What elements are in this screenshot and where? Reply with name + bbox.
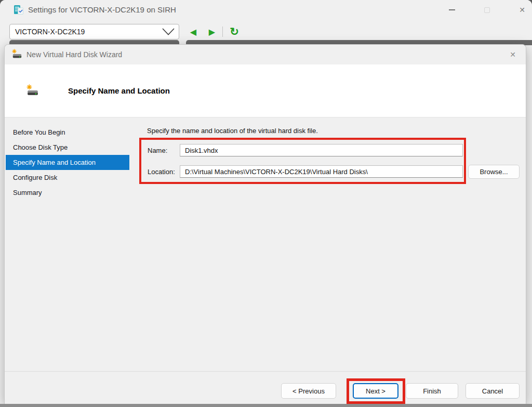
screen: Settings for VICTORN-X-DC2K19 on SIRH ✕ … bbox=[0, 0, 532, 407]
name-field-label: Name: bbox=[148, 147, 167, 154]
sidebar-item-before-you-begin[interactable]: Before You Begin bbox=[6, 125, 129, 140]
cancel-button[interactable]: Cancel bbox=[466, 383, 520, 399]
wizard-titlebar: New Virtual Hard Disk Wizard ✕ bbox=[5, 45, 526, 64]
window-titlebar: Settings for VICTORN-X-DC2K19 on SIRH ✕ bbox=[0, 0, 532, 20]
previous-button[interactable]: < Previous bbox=[281, 383, 336, 399]
minimize-icon bbox=[449, 9, 455, 10]
wizard-close-button[interactable]: ✕ bbox=[505, 45, 521, 64]
sidebar-item-summary[interactable]: Summary bbox=[6, 185, 129, 200]
browse-button[interactable]: Browse... bbox=[468, 165, 520, 179]
navigate-forward-button[interactable]: ▶ bbox=[205, 24, 219, 39]
hard-disk-sparkle-icon bbox=[26, 84, 39, 97]
next-button[interactable]: Next > bbox=[353, 383, 398, 399]
forward-arrow-icon: ▶ bbox=[209, 27, 215, 37]
location-field-label: Location: bbox=[148, 168, 175, 176]
hyper-v-settings-icon bbox=[14, 5, 24, 15]
maximize-button[interactable] bbox=[476, 0, 498, 20]
navigate-back-button[interactable]: ◀ bbox=[186, 24, 201, 39]
minimize-button[interactable] bbox=[441, 0, 463, 20]
wizard-steps-sidebar: Before You Begin Choose Disk Type Specif… bbox=[5, 117, 129, 200]
refresh-icon: ↻ bbox=[230, 25, 239, 38]
footer-separator bbox=[5, 371, 526, 372]
instruction-text: Specify the name and location of the vir… bbox=[147, 127, 318, 135]
sidebar-item-label: Specify Name and Location bbox=[13, 159, 96, 166]
sidebar-item-configure-disk[interactable]: Configure Disk bbox=[6, 170, 129, 185]
sidebar-item-choose-disk-type[interactable]: Choose Disk Type bbox=[6, 140, 129, 155]
vm-selector-dropdown[interactable]: VICTORN-X-DC2K19 bbox=[9, 24, 179, 40]
window-title: Settings for VICTORN-X-DC2K19 on SIRH bbox=[28, 0, 176, 20]
sidebar-item-label: Configure Disk bbox=[13, 174, 57, 181]
toolbar-separator bbox=[222, 27, 223, 37]
new-virtual-hard-disk-wizard-dialog: New Virtual Hard Disk Wizard ✕ Specify N… bbox=[4, 44, 526, 404]
hard-disk-sparkle-icon bbox=[12, 49, 22, 59]
close-icon: ✕ bbox=[519, 6, 525, 14]
refresh-button[interactable]: ↻ bbox=[227, 24, 242, 40]
page-title: Specify Name and Location bbox=[68, 86, 170, 95]
sidebar-item-label: Before You Begin bbox=[13, 128, 65, 136]
wizard-title: New Virtual Hard Disk Wizard bbox=[26, 45, 122, 64]
chevron-down-icon bbox=[161, 28, 176, 36]
close-button[interactable]: ✕ bbox=[511, 0, 532, 20]
settings-window: Settings for VICTORN-X-DC2K19 on SIRH ✕ … bbox=[0, 0, 532, 407]
sidebar-item-label: Choose Disk Type bbox=[13, 143, 68, 151]
location-input[interactable] bbox=[180, 165, 463, 178]
bottom-edge-strip bbox=[0, 404, 532, 407]
finish-button[interactable]: Finish bbox=[406, 383, 458, 399]
back-arrow-icon: ◀ bbox=[190, 27, 196, 37]
maximize-icon bbox=[484, 7, 490, 13]
wizard-header: Specify Name and Location bbox=[5, 64, 526, 117]
sidebar-item-specify-name-and-location[interactable]: Specify Name and Location bbox=[6, 155, 129, 170]
close-icon: ✕ bbox=[510, 50, 516, 59]
vm-selector-value: VICTORN-X-DC2K19 bbox=[10, 28, 161, 36]
sidebar-item-label: Summary bbox=[13, 189, 42, 196]
name-input[interactable] bbox=[180, 144, 463, 156]
